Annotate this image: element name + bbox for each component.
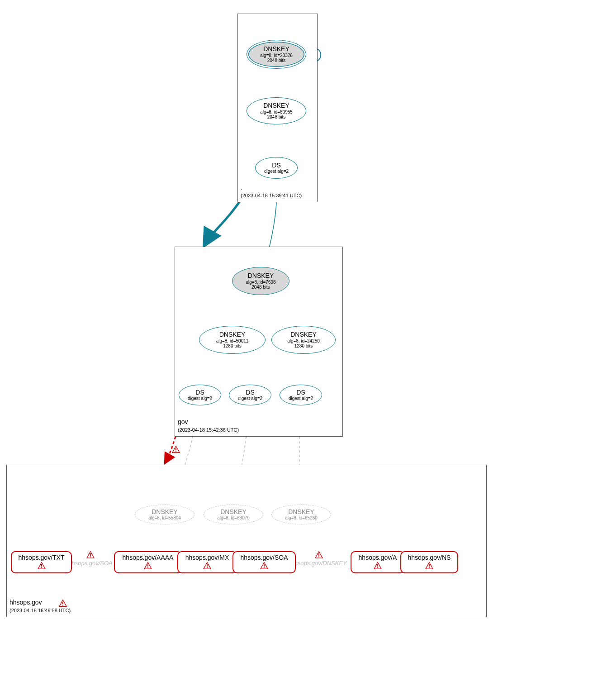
node-title: DNSKEY <box>220 508 247 515</box>
rrset-label: hhsops.gov/NS <box>408 554 451 561</box>
node-sub: 2048 bits <box>267 114 286 120</box>
warning-icon <box>38 562 46 569</box>
node-title: DNSKEY <box>263 45 289 52</box>
node-title: DS <box>296 389 305 396</box>
rrset-soa[interactable]: hhsops.gov/SOA <box>232 551 296 573</box>
zone-root-timestamp: (2023-04-18 15:39:41 UTC) <box>241 193 302 198</box>
node-title: DS <box>195 389 204 396</box>
node-sub: alg=8, id=7698 <box>246 280 275 285</box>
gov-dnskey-ksk[interactable]: DNSKEY alg=8, id=7698 2048 bits <box>232 267 289 295</box>
node-title: DS <box>246 389 254 396</box>
warning-icon <box>260 562 268 569</box>
node-sub: alg=8, id=55804 <box>148 515 181 521</box>
node-sub: alg=8, id=50011 <box>216 338 249 344</box>
gov-ds-1[interactable]: DS digest alg=2 <box>179 385 221 405</box>
rrset-label: hhsops.gov/TXT <box>19 554 65 561</box>
node-title: DNSKEY <box>248 272 274 279</box>
node-sub: digest alg=2 <box>264 169 289 174</box>
warning-icon <box>425 562 433 569</box>
ghost-rrset-soa: hhsops.gov/SOA <box>68 551 113 567</box>
warning-icon <box>203 562 211 569</box>
node-title: DNSKEY <box>219 331 246 338</box>
rrset-aaaa[interactable]: hhsops.gov/AAAA <box>114 551 182 573</box>
gov-ds-3[interactable]: DS digest alg=2 <box>280 385 322 405</box>
zone-gov-name: gov <box>178 418 188 425</box>
node-sub: 2048 bits <box>267 58 286 63</box>
warning-icon <box>86 551 95 558</box>
warning-icon <box>172 446 180 453</box>
node-title: DNSKEY <box>152 508 178 515</box>
node-sub: alg=8, id=60955 <box>260 110 293 115</box>
node-sub: alg=8, id=63079 <box>217 515 250 521</box>
node-sub: alg=8, id=24250 <box>287 338 320 344</box>
warning-icon <box>374 562 382 569</box>
ghost-rrset-dnskey: hhsops.gov/DNSKEY <box>289 551 348 567</box>
zone-hhsops-timestamp: (2023-04-18 16:49:58 UTC) <box>9 608 71 613</box>
ghost-label: hhsops.gov/SOA <box>68 560 113 567</box>
rrset-a[interactable]: hhsops.gov/A <box>351 551 405 573</box>
hhsops-dnskey-placeholder-3[interactable]: DNSKEY alg=8, id=65260 <box>271 505 331 524</box>
ghost-label: hhsops.gov/DNSKEY <box>291 560 347 567</box>
node-title: DNSKEY <box>290 331 317 338</box>
rrset-label: hhsops.gov/SOA <box>240 554 288 561</box>
zone-gov-timestamp: (2023-04-18 15:42:36 UTC) <box>178 427 239 433</box>
node-title: DNSKEY <box>288 508 314 515</box>
zone-root-name: . <box>241 184 242 191</box>
node-sub: digest alg=2 <box>289 396 313 401</box>
hhsops-dnskey-placeholder-1[interactable]: DNSKEY alg=8, id=55804 <box>135 505 195 524</box>
gov-dnskey-zsk1[interactable]: DNSKEY alg=8, id=50011 1280 bits <box>199 326 266 354</box>
node-sub: digest alg=2 <box>188 396 212 401</box>
node-sub: alg=8, id=20326 <box>260 53 293 58</box>
warning-icon <box>59 600 67 607</box>
zone-hhsops-name: hhsops.gov <box>9 599 42 606</box>
node-sub: alg=8, id=65260 <box>285 515 318 521</box>
root-dnskey-ksk[interactable]: DNSKEY alg=8, id=20326 2048 bits <box>247 40 306 69</box>
warning-icon <box>144 562 152 569</box>
rrset-mx[interactable]: hhsops.gov/MX <box>177 551 237 573</box>
root-dnskey-zsk[interactable]: DNSKEY alg=8, id=60955 2048 bits <box>247 97 306 124</box>
rrset-ns[interactable]: hhsops.gov/NS <box>400 551 458 573</box>
root-ds[interactable]: DS digest alg=2 <box>255 157 298 179</box>
rrset-label: hhsops.gov/AAAA <box>123 554 174 561</box>
hhsops-dnskey-placeholder-2[interactable]: DNSKEY alg=8, id=63079 <box>204 505 263 524</box>
node-title: DS <box>272 162 280 169</box>
node-sub: 1280 bits <box>294 343 313 349</box>
warning-icon <box>315 551 323 558</box>
node-sub: digest alg=2 <box>238 396 262 401</box>
gov-dnskey-zsk2[interactable]: DNSKEY alg=8, id=24250 1280 bits <box>271 326 336 354</box>
node-sub: 1280 bits <box>223 343 242 349</box>
node-sub: 2048 bits <box>251 285 270 290</box>
node-title: DNSKEY <box>263 102 289 109</box>
gov-ds-2[interactable]: DS digest alg=2 <box>229 385 271 405</box>
rrset-label: hhsops.gov/A <box>359 554 397 561</box>
zone-hhsops: hhsops.gov (2023-04-18 16:49:58 UTC) <box>6 465 487 617</box>
rrset-label: hhsops.gov/MX <box>185 554 229 561</box>
rrset-txt[interactable]: hhsops.gov/TXT <box>11 551 72 573</box>
